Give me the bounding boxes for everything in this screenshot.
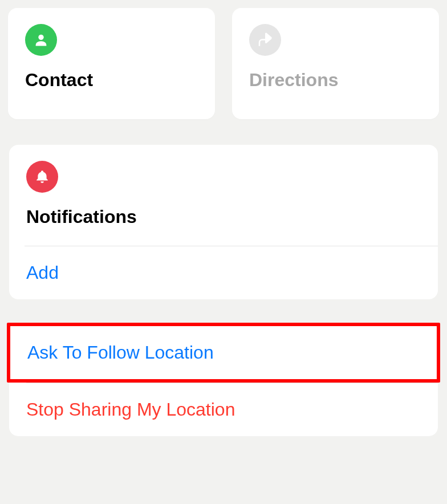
actions-card: Ask To Follow Location Stop Sharing My L… [9,323,438,436]
notifications-card: Notifications Add [9,145,438,299]
bell-icon [26,161,58,193]
add-notification-button[interactable]: Add [26,262,421,283]
highlight-box: Ask To Follow Location [7,323,440,383]
notifications-title: Notifications [26,206,421,227]
svg-point-0 [38,35,43,40]
stop-sharing-location-button[interactable]: Stop Sharing My Location [9,383,438,436]
contact-label: Contact [25,70,198,91]
contact-card[interactable]: Contact [8,8,215,119]
directions-icon [249,24,281,56]
directions-card[interactable]: Directions [232,8,439,119]
person-icon [25,24,57,56]
directions-label: Directions [249,70,422,91]
divider [25,246,438,246]
ask-follow-location-button[interactable]: Ask To Follow Location [10,326,437,379]
top-card-row: Contact Directions [8,8,439,119]
